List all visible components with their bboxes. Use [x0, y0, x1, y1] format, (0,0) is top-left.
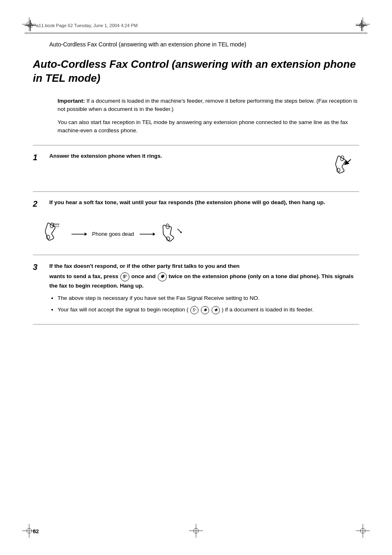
arrow1-icon [71, 230, 87, 238]
corner-mark-mid-bottom [189, 524, 203, 538]
chapter-header: Auto-Cordless Fax Control (answering wit… [49, 41, 359, 48]
bullet-1: The above step is necessary if you have … [58, 294, 359, 302]
step-1-content: Answer the extension phone when it rings… [49, 152, 303, 160]
step-1-illustration [310, 152, 359, 185]
key-btn-5star: 5* [120, 272, 129, 281]
bullet2-key1: 5* [190, 306, 198, 314]
bullet-2: Your fax will not accept the signal to b… [58, 306, 359, 314]
intro-section: Important: If a document is loaded in th… [58, 97, 359, 135]
step2-arrow1 [71, 230, 87, 238]
step-1-text: Answer the extension phone when it rings… [49, 152, 303, 160]
step-2-text: If you hear a soft fax tone, wait until … [49, 198, 359, 207]
intro-para1: Important: If a document is loaded in th… [58, 97, 359, 114]
header-crosshair-left [25, 20, 36, 31]
beep-text: Beep [53, 223, 59, 226]
page-title: Auto-Cordless Fax Control (answering wit… [33, 58, 359, 85]
step-1-bold: Answer the extension phone when it rings… [49, 153, 162, 159]
step-3: 3 If the fax doesn't respond, or if the … [33, 255, 359, 325]
phone-goes-dead-label: Phone goes dead [92, 231, 134, 237]
bullet-list: The above step is necessary if you have … [56, 294, 359, 314]
page: a11.book Page 62 Tuesday, June 1, 2004 4… [0, 0, 392, 555]
chapter-header-text: Auto-Cordless Fax Control (answering wit… [49, 41, 246, 48]
step2-phone-beep: Beep [41, 220, 66, 248]
step-1: 1 Answer the extension phone when it rin… [33, 145, 359, 192]
step-2-content: If you hear a soft fax tone, wait until … [49, 198, 359, 207]
steps-container: 1 Answer the extension phone when it rin… [33, 145, 359, 325]
step-3-line2: wants to send a fax, press 5* once and ✱… [49, 272, 359, 290]
step-3-content: If the fax doesn't respond, or if the ot… [49, 262, 359, 318]
bullet2-key3: ✱ [212, 306, 220, 314]
step-3-line1: If the fax doesn't respond, or if the ot… [49, 262, 359, 271]
step-2: 2 If you hear a soft fax tone, wait unti… [33, 192, 359, 255]
phone-icon-step1 [326, 152, 359, 185]
step-2-number: 2 [33, 198, 43, 209]
svg-marker-26 [85, 233, 87, 236]
step-2-diagram: Beep Phone goes dead [41, 220, 185, 248]
intro-para1-rest: If a document is loaded in the machine's… [58, 98, 357, 112]
bullet2-key2: ✱ [201, 306, 209, 314]
page-number: 62 [33, 528, 39, 534]
header-file-info: a11.book Page 62 Tuesday, June 1, 2004 4… [36, 23, 356, 28]
key-btn-star: ✱ [158, 272, 167, 281]
bullet2-end: ) if a document is loaded in its feeder. [222, 306, 314, 313]
svg-marker-28 [153, 233, 155, 236]
step-3-number: 3 [33, 262, 43, 272]
step-3-once-and: once and [131, 273, 157, 279]
bullet2-start: Your fax will not accept the signal to b… [58, 306, 188, 313]
step-3-header-row: 3 If the fax doesn't respond, or if the … [33, 262, 359, 318]
svg-point-20 [360, 23, 364, 28]
intro-bold: Important: [58, 98, 85, 104]
phone-hangup-icon [160, 221, 185, 247]
corner-mark-bottom-right [356, 524, 370, 538]
step2-arrow2 [139, 230, 155, 238]
svg-point-17 [28, 23, 32, 28]
header-bar: a11.book Page 62 Tuesday, June 1, 2004 4… [25, 20, 367, 33]
step-1-number: 1 [33, 152, 43, 162]
step-3-line2-start: wants to send a fax, press [49, 273, 120, 279]
phone-beep-icon: Beep [41, 220, 66, 247]
header-crosshair-right [356, 20, 367, 31]
main-content: Auto-Cordless Fax Control (answering wit… [33, 53, 359, 522]
step-2-bold: If you hear a soft fax tone, wait until … [49, 199, 325, 205]
arrow2-icon [139, 230, 155, 238]
step-2-header: 2 If you hear a soft fax tone, wait unti… [33, 198, 359, 209]
intro-para2: You can also start fax reception in TEL … [58, 118, 359, 135]
